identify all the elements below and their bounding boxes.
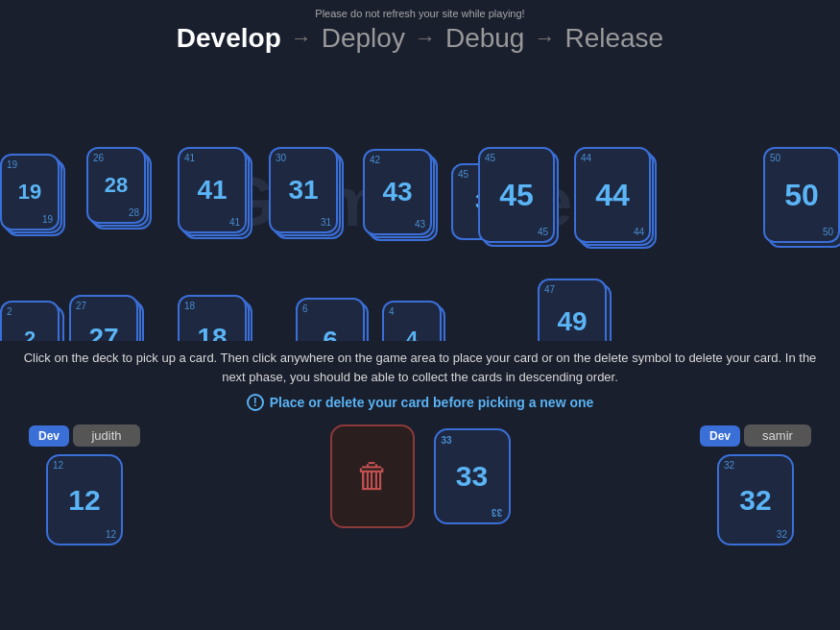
warning-message: ! Place or delete your card before picki… [19,394,821,411]
current-card[interactable]: 33 33 33 [434,428,511,524]
arrow-1: → [291,26,312,51]
player-left-header: Dev judith [29,424,140,447]
player-right-name: samir [744,424,811,447]
instructions: Click on the deck to pick up a card. The… [0,341,840,415]
dont-refresh-notice: Please do not refresh your site while pl… [0,8,840,19]
player-left-badge: Dev [29,425,69,447]
current-card-top: 33 [442,435,452,446]
trash-icon: 🗑 [355,456,390,497]
warning-text: Place or delete your card before picking… [270,395,594,410]
player-left: Dev judith 12 12 12 [29,424,140,545]
current-card-bot: 33 [492,507,502,518]
player-left-name: judith [73,424,140,447]
trash-button[interactable]: 🗑 [330,424,415,528]
phase-debug: Debug [445,23,525,54]
players-row: Dev judith 12 12 12 🗑 33 33 33 Dev samir… [0,415,840,545]
player-right-card[interactable]: 32 32 32 [717,454,794,545]
center-area: 🗑 33 33 33 [140,424,700,528]
player-right-header: Dev samir [700,424,811,447]
phase-deploy: Deploy [322,23,405,54]
player-right: Dev samir 32 32 32 [700,424,811,545]
player-left-card[interactable]: 12 12 12 [46,454,123,545]
warning-icon: ! [247,394,264,411]
instruction-text: Click on the deck to pick up a card. The… [19,349,821,386]
phase-develop: Develop [177,23,281,54]
arrow-3: → [534,26,555,51]
player-right-badge: Dev [700,425,740,447]
phase-nav: Develop → Deploy → Debug → Release [0,23,840,54]
arrow-2: → [415,26,436,51]
phase-release: Release [564,23,663,54]
header: Please do not refresh your site while pl… [0,0,840,58]
game-area[interactable]: Game Area 191919 191919 191919 262828 26… [0,62,840,341]
current-card-value: 33 [456,460,488,493]
